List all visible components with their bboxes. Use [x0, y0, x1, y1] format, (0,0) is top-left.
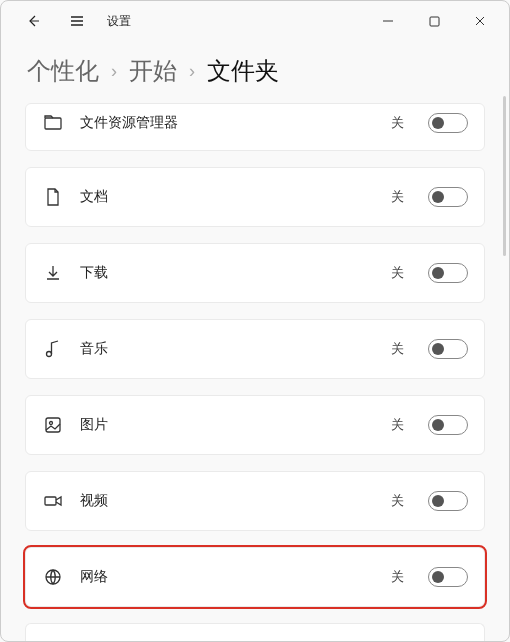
setting-label: 视频: [80, 492, 108, 510]
content-area: 文件资源管理器 关 文档 关 下载 关 音乐 关 图片: [1, 103, 509, 642]
toggle-switch[interactable]: [428, 263, 468, 283]
setting-row-file-explorer: 文件资源管理器 关: [25, 103, 485, 151]
setting-label: 音乐: [80, 340, 108, 358]
vertical-scrollbar[interactable]: [503, 96, 506, 256]
toggle-switch[interactable]: [428, 113, 468, 133]
hamburger-icon: [69, 13, 85, 29]
setting-label: 网络: [80, 568, 108, 586]
close-icon: [474, 15, 486, 27]
toggle-switch[interactable]: [428, 567, 468, 587]
document-icon: [42, 186, 64, 208]
breadcrumb-current: 文件夹: [207, 55, 279, 87]
video-icon: [42, 490, 64, 512]
toggle-switch[interactable]: [428, 187, 468, 207]
music-icon: [42, 338, 64, 360]
network-icon: [42, 566, 64, 588]
chevron-right-icon: ›: [189, 61, 195, 82]
toggle-state: 关: [391, 264, 404, 282]
setting-row-network: 网络 关: [25, 547, 485, 607]
minimize-button[interactable]: [365, 5, 411, 37]
titlebar: 设置: [1, 1, 509, 41]
setting-label: 文档: [80, 188, 108, 206]
setting-row-downloads: 下载 关: [25, 243, 485, 303]
menu-button[interactable]: [63, 7, 91, 35]
toggle-state: 关: [391, 114, 404, 132]
back-button[interactable]: [19, 7, 47, 35]
svg-rect-3: [46, 418, 60, 432]
svg-point-2: [47, 352, 52, 357]
toggle-state: 关: [391, 416, 404, 434]
download-icon: [42, 262, 64, 284]
setting-label: 下载: [80, 264, 108, 282]
setting-label: 文件资源管理器: [80, 114, 178, 132]
toggle-state: 关: [391, 568, 404, 586]
breadcrumb-personalization[interactable]: 个性化: [27, 55, 99, 87]
svg-point-4: [50, 422, 53, 425]
svg-rect-1: [45, 118, 61, 129]
breadcrumb: 个性化 › 开始 › 文件夹: [1, 41, 509, 103]
svg-rect-5: [45, 497, 56, 505]
maximize-icon: [429, 16, 440, 27]
setting-row-music: 音乐 关: [25, 319, 485, 379]
close-button[interactable]: [457, 5, 503, 37]
toggle-state: 关: [391, 492, 404, 510]
minimize-icon: [382, 15, 394, 27]
chevron-right-icon: ›: [111, 61, 117, 82]
svg-rect-0: [430, 17, 439, 26]
toggle-switch[interactable]: [428, 415, 468, 435]
setting-row-videos: 视频 关: [25, 471, 485, 531]
picture-icon: [42, 414, 64, 436]
toggle-switch[interactable]: [428, 491, 468, 511]
breadcrumb-start[interactable]: 开始: [129, 55, 177, 87]
setting-row-personal-folder: 个人文件夹: [25, 623, 485, 642]
setting-row-pictures: 图片 关: [25, 395, 485, 455]
toggle-switch[interactable]: [428, 339, 468, 359]
setting-row-documents: 文档 关: [25, 167, 485, 227]
file-explorer-icon: [42, 112, 64, 134]
maximize-button[interactable]: [411, 5, 457, 37]
app-title: 设置: [107, 13, 131, 30]
arrow-left-icon: [25, 13, 41, 29]
toggle-state: 关: [391, 188, 404, 206]
toggle-state: 关: [391, 340, 404, 358]
setting-label: 图片: [80, 416, 108, 434]
